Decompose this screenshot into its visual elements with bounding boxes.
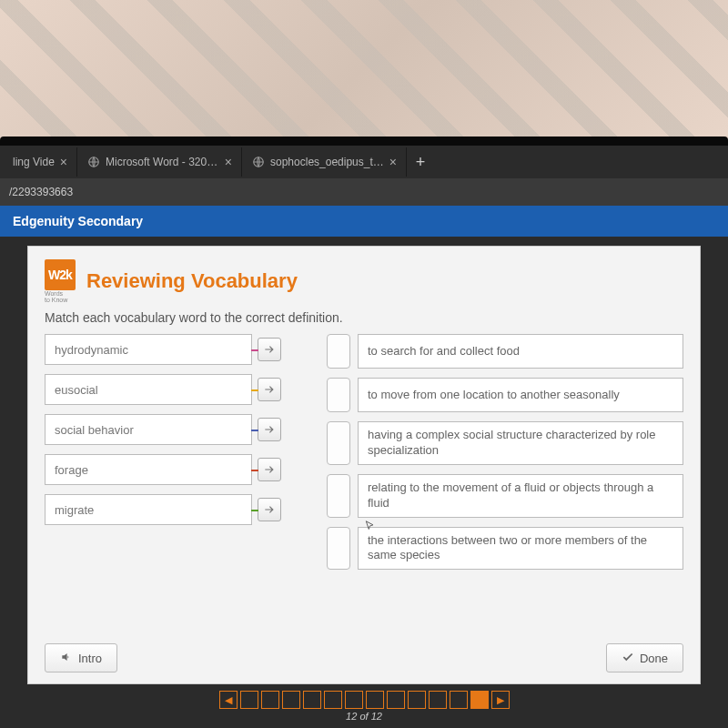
pager-page-2[interactable] [261,691,279,709]
definition-row: relating to the movement of a fluid or o… [327,474,683,518]
pager-page-9[interactable] [408,691,426,709]
match-area: hydrodynamic eusocial social behavior [45,334,683,570]
url-text: /2293393663 [9,186,73,198]
close-icon[interactable]: × [60,155,67,169]
pager-page-8[interactable] [387,691,405,709]
check-icon [622,651,634,666]
pager-page-7[interactable] [366,691,384,709]
definitions-column: to search for and collect food to move f… [327,334,683,570]
browser-tab-strip: ling Vide × Microsoft Word - 3209-06-04-… [0,146,728,178]
intro-label: Intro [78,652,102,665]
desktop-background [0,0,728,136]
done-label: Done [640,652,668,665]
laptop-frame: ling Vide × Microsoft Word - 3209-06-04-… [0,136,728,728]
drop-slot[interactable] [327,421,350,465]
pager-next[interactable]: ▶ [491,691,510,709]
site-header: Edgenuity Secondary [0,206,728,237]
lesson-panel: W2k Words to Know Reviewing Vocabulary M… [27,246,701,684]
instruction-text: Match each vocabulary word to the correc… [45,310,683,325]
drag-handle[interactable] [258,418,281,441]
w2k-logo: W2k [45,259,76,290]
drag-handle[interactable] [258,378,281,401]
drop-slot[interactable] [327,334,350,369]
globe-icon [87,156,100,168]
content-wrap: W2k Words to Know Reviewing Vocabulary M… [0,237,728,728]
pager-page-6[interactable] [345,691,363,709]
address-bar[interactable]: /2293393663 [0,178,728,206]
word-row: hydrodynamic [45,334,281,365]
word-box: migrate [45,494,252,525]
drag-handle[interactable] [258,458,281,481]
cursor-icon [364,518,377,534]
drag-handle[interactable] [258,498,281,521]
close-icon[interactable]: × [225,155,232,169]
drag-handle[interactable] [258,338,281,361]
panel-title: Reviewing Vocabulary [86,269,298,293]
tab-title: ling Vide [13,156,55,168]
pager-label: 12 of 12 [346,711,382,722]
definition-row: to move from one location to another sea… [327,378,683,412]
words-column: hydrodynamic eusocial social behavior [45,334,281,570]
drop-slot[interactable] [327,378,350,412]
close-icon[interactable]: × [389,155,397,169]
pager-page-5[interactable] [324,691,342,709]
definition-row: having a complex social structure charac… [327,421,683,465]
drop-slot[interactable] [327,527,350,571]
panel-header: W2k Words to Know Reviewing Vocabulary [45,259,683,303]
pager-page-12[interactable] [470,691,489,709]
pager-page-1[interactable] [240,691,258,709]
pager-page-11[interactable] [450,691,468,709]
definition-box: to search for and collect food [358,334,683,369]
definition-box: to move from one location to another sea… [358,378,683,412]
new-tab-button[interactable]: + [408,153,433,172]
definition-row: to search for and collect food [327,334,683,369]
browser-tab-1[interactable]: Microsoft Word - 3209-06-04-st × [78,147,242,177]
pager-page-4[interactable] [303,691,321,709]
logo-subline-1: Words [45,290,76,297]
panel-footer: Intro Done [45,632,683,672]
done-button[interactable]: Done [606,643,683,672]
word-row: forage [45,454,281,485]
definition-box: relating to the movement of a fluid or o… [358,474,683,518]
site-title: Edgenuity Secondary [13,214,143,228]
word-box: forage [45,454,252,485]
word-box: eusocial [45,374,252,405]
logo-block: W2k Words to Know [45,259,76,303]
tab-title: sophocles_oedipus_the_king_tra [270,156,384,168]
browser-tab-2[interactable]: sophocles_oedipus_the_king_tra × [243,147,407,177]
definition-box: having a complex social structure charac… [358,421,683,465]
intro-button[interactable]: Intro [45,643,117,672]
definition-box: the interactions between two or more mem… [358,527,683,571]
browser-tab-0[interactable]: ling Vide × [4,147,77,177]
definition-row: the interactions between two or more mem… [327,527,683,571]
word-row: migrate [45,494,281,525]
audio-icon [60,651,73,666]
pager-prev[interactable]: ◀ [219,691,238,709]
drop-slot[interactable] [327,474,350,518]
pager-page-3[interactable] [282,691,300,709]
word-box: hydrodynamic [45,334,252,365]
word-box: social behavior [45,414,252,445]
pager-bar: ◀ ▶ 12 of 12 [27,684,701,728]
word-row: social behavior [45,414,281,445]
logo-subline-2: to Know [45,297,76,303]
pager-row: ◀ ▶ [219,691,510,709]
word-row: eusocial [45,374,281,405]
pager-page-10[interactable] [429,691,447,709]
globe-icon [252,156,265,168]
tab-title: Microsoft Word - 3209-06-04-st [106,156,219,168]
